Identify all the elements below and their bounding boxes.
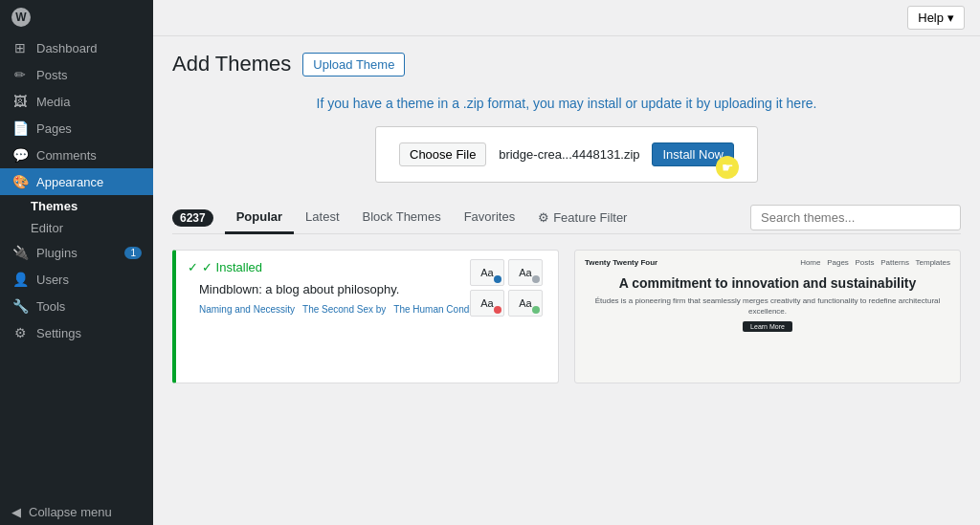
sidebar-item-users[interactable]: 👤 Users bbox=[0, 266, 153, 293]
theme-card-twentytwentyfour[interactable]: Twenty Twenty Four Home Pages Posts Patt… bbox=[574, 250, 961, 383]
install-now-label: Install Now bbox=[662, 147, 724, 162]
page-header: Add Themes Upload Theme bbox=[172, 52, 961, 77]
tab-feature-filter[interactable]: ⚙ Feature Filter bbox=[526, 203, 638, 232]
link1: Naming and Necessity bbox=[199, 304, 295, 315]
wp-logo[interactable]: W bbox=[0, 0, 153, 34]
content-area: Add Themes Upload Theme If you have a th… bbox=[153, 36, 980, 525]
comments-icon: 💬 bbox=[11, 147, 29, 163]
settings-icon: ⚙ bbox=[11, 325, 29, 340]
theme-preview-content: Twenty Twenty Four Home Pages Posts Patt… bbox=[575, 251, 960, 339]
main-content: Help ▾ Add Themes Upload Theme If you ha… bbox=[153, 0, 980, 525]
appearance-icon: 🎨 bbox=[11, 174, 29, 189]
sidebar-item-plugins[interactable]: 🔌 Plugins 1 bbox=[0, 239, 153, 266]
sidebar-submenu-editor[interactable]: Editor bbox=[0, 217, 153, 239]
help-label: Help bbox=[918, 11, 944, 25]
aa-block-3: Aa bbox=[470, 290, 504, 317]
tab-popular[interactable]: Popular bbox=[225, 202, 294, 234]
nav-items: Home Pages Posts Patterns Templates bbox=[800, 258, 950, 267]
sidebar-item-dashboard[interactable]: ⊞ Dashboard bbox=[0, 34, 153, 61]
posts-icon: ✏ bbox=[11, 67, 29, 82]
aa-block-1: Aa bbox=[470, 259, 504, 286]
sidebar-item-comments[interactable]: 💬 Comments bbox=[0, 142, 153, 168]
upload-box: Choose File bridge-crea...4448131.zip In… bbox=[375, 126, 758, 183]
wp-logo-icon: W bbox=[11, 8, 31, 27]
gear-icon: ⚙ bbox=[538, 210, 549, 225]
preview-cta: Learn More bbox=[743, 321, 792, 332]
users-icon: 👤 bbox=[11, 272, 29, 287]
plugins-badge: 1 bbox=[124, 247, 142, 259]
topbar: Help ▾ bbox=[153, 0, 980, 36]
choose-file-button[interactable]: Choose File bbox=[399, 142, 486, 166]
sidebar-item-label: Users bbox=[36, 273, 69, 287]
upload-theme-button[interactable]: Upload Theme bbox=[302, 53, 405, 77]
help-chevron-icon: ▾ bbox=[947, 11, 954, 25]
feature-filter-label: Feature Filter bbox=[553, 210, 627, 225]
sidebar-item-posts[interactable]: ✏ Posts bbox=[0, 61, 153, 88]
sidebar-item-tools[interactable]: 🔧 Tools bbox=[0, 293, 153, 319]
sidebar-item-settings[interactable]: ⚙ Settings bbox=[0, 319, 153, 346]
sidebar-item-label: Comments bbox=[36, 148, 97, 163]
theme-card-mindblown-inner: Mindblown: a blog about philosophy. Nami… bbox=[188, 282, 546, 326]
themes-grid: ✓ ✓ Installed Mindblown: a blog about ph… bbox=[172, 250, 961, 383]
upload-description: If you have a theme in a .zip format, yo… bbox=[172, 96, 961, 111]
search-area bbox=[750, 205, 961, 230]
sidebar-item-media[interactable]: 🖼 Media bbox=[0, 88, 153, 115]
preview-heading: A commitment to innovation and sustainab… bbox=[585, 274, 950, 292]
sidebar-item-label: Appearance bbox=[36, 175, 103, 189]
media-icon: 🖼 bbox=[11, 94, 29, 109]
sidebar-submenu-themes[interactable]: Themes bbox=[0, 195, 153, 217]
theme-card-mindblown[interactable]: ✓ ✓ Installed Mindblown: a blog about ph… bbox=[172, 250, 559, 383]
themes-count: 6237 bbox=[172, 209, 213, 227]
help-button[interactable]: Help ▾ bbox=[907, 6, 965, 30]
preview-description: Études is a pioneering firm that seamles… bbox=[585, 295, 950, 317]
pages-icon: 📄 bbox=[11, 120, 29, 136]
sidebar-item-label: Media bbox=[36, 95, 70, 109]
sidebar-item-appearance[interactable]: 🎨 Appearance bbox=[0, 168, 153, 195]
appearance-submenu: Themes Editor bbox=[0, 195, 153, 239]
sidebar-item-label: Dashboard bbox=[36, 41, 98, 55]
tab-favorites[interactable]: Favorites bbox=[453, 202, 526, 234]
sidebar-item-label: Pages bbox=[36, 121, 72, 136]
tab-latest[interactable]: Latest bbox=[294, 202, 350, 234]
aa-blocks: Aa Aa Aa Aa bbox=[470, 259, 543, 317]
site-name: Twenty Twenty Four bbox=[585, 258, 657, 267]
sidebar-item-pages[interactable]: 📄 Pages bbox=[0, 115, 153, 142]
theme-title: Mindblown: a blog about philosophy. bbox=[199, 282, 410, 296]
page-title: Add Themes bbox=[172, 52, 291, 77]
upload-section: If you have a theme in a .zip format, yo… bbox=[172, 96, 961, 183]
dashboard-icon: ⊞ bbox=[11, 40, 29, 55]
aa-block-2: Aa bbox=[508, 259, 543, 286]
tools-icon: 🔧 bbox=[11, 298, 29, 314]
search-input[interactable] bbox=[750, 205, 961, 230]
cursor-indicator: ☛ bbox=[716, 156, 739, 179]
sidebar: W ⊞ Dashboard ✏ Posts 🖼 Media 📄 Pages 💬 … bbox=[0, 0, 153, 525]
tab-block-themes[interactable]: Block Themes bbox=[351, 202, 453, 234]
preview-nav: Twenty Twenty Four Home Pages Posts Patt… bbox=[585, 258, 950, 267]
install-now-button[interactable]: Install Now ☛ bbox=[652, 142, 734, 166]
themes-tabs: 6237 Popular Latest Block Themes Favorit… bbox=[172, 202, 961, 234]
sidebar-item-label: Plugins bbox=[36, 246, 78, 260]
check-icon: ✓ bbox=[188, 260, 198, 274]
collapse-label: Collapse menu bbox=[29, 505, 112, 519]
link2: The Second Sex by bbox=[302, 304, 386, 315]
sidebar-item-label: Tools bbox=[36, 299, 65, 314]
plugins-icon: 🔌 bbox=[11, 245, 29, 260]
collapse-menu-button[interactable]: ◀ Collapse menu bbox=[0, 499, 153, 525]
sidebar-item-label: Settings bbox=[36, 326, 81, 340]
sidebar-item-label: Posts bbox=[36, 68, 68, 82]
collapse-icon: ◀ bbox=[11, 505, 21, 519]
file-name: bridge-crea...4448131.zip bbox=[494, 147, 644, 162]
aa-block-4: Aa bbox=[508, 290, 543, 317]
